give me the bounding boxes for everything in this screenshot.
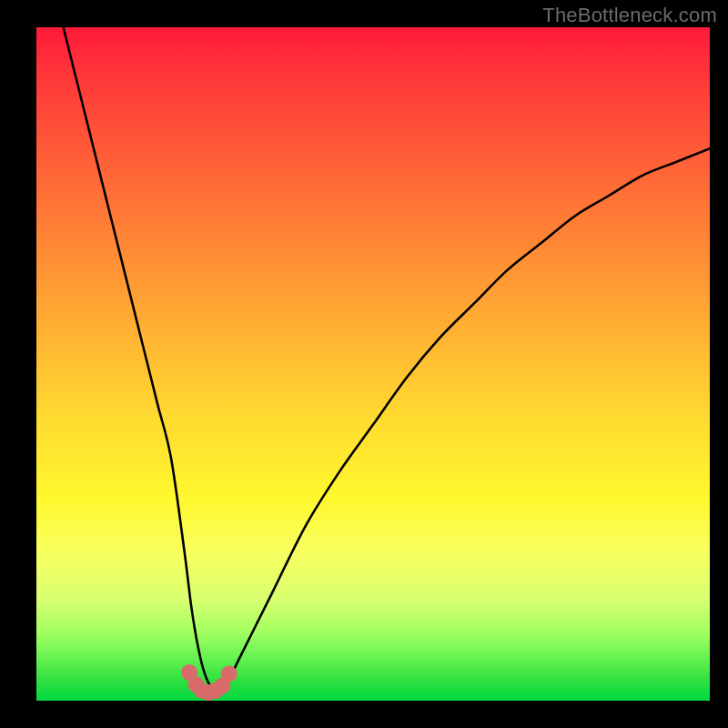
plot-area xyxy=(36,27,710,701)
marker-dot xyxy=(221,665,238,682)
curve-svg xyxy=(36,27,710,701)
watermark-text: TheBottleneck.com xyxy=(542,4,717,27)
chart-frame: TheBottleneck.com xyxy=(0,0,728,728)
bottleneck-curve xyxy=(64,27,710,689)
